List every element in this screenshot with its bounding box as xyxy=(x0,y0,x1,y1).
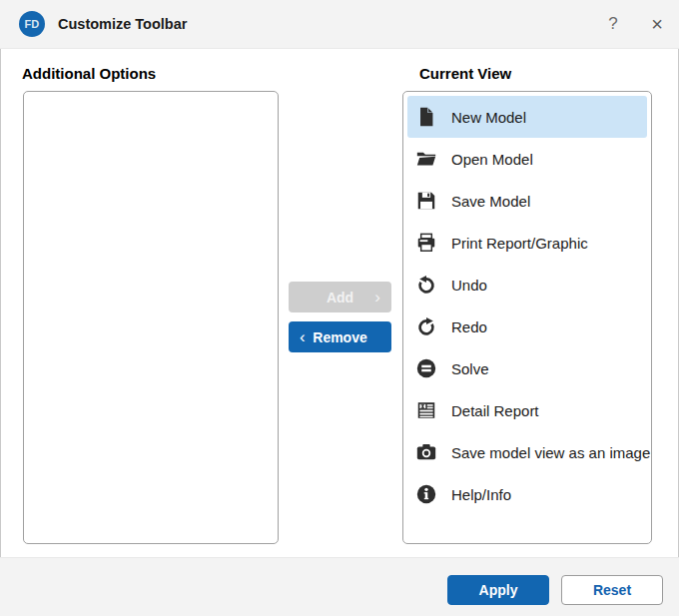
list-item-label: Solve xyxy=(451,360,489,377)
current-view-list: New Model Open Model Save Model xyxy=(402,91,652,544)
solve-icon xyxy=(415,357,437,379)
current-view-label: Current View xyxy=(419,65,511,82)
list-item-label: Save Model xyxy=(451,193,530,210)
list-item-new-model[interactable]: New Model xyxy=(407,96,647,138)
list-item-detail-report[interactable]: Detail Report xyxy=(407,389,647,431)
list-item-label: Open Model xyxy=(451,151,533,168)
chevron-left-icon: ‹ xyxy=(300,327,306,347)
remove-button-label: Remove xyxy=(313,329,366,345)
list-item-label: Detail Report xyxy=(451,402,539,419)
apply-button-label: Apply xyxy=(479,582,518,598)
list-item-open-model[interactable]: Open Model xyxy=(407,138,647,180)
app-logo-icon: FD xyxy=(19,11,45,37)
list-item-label: New Model xyxy=(451,109,526,126)
list-item-print[interactable]: Print Report/Graphic xyxy=(407,222,647,264)
reset-button[interactable]: Reset xyxy=(561,575,663,605)
window-title: Customize Toolbar xyxy=(58,16,187,32)
customize-toolbar-dialog: FD Customize Toolbar ? × Additional Opti… xyxy=(0,0,679,616)
reset-button-label: Reset xyxy=(593,582,631,598)
list-item-save-model[interactable]: Save Model xyxy=(407,180,647,222)
list-item-help-info[interactable]: Help/Info xyxy=(407,473,647,515)
footer-bar: Apply Reset xyxy=(0,557,679,616)
list-item-label: Undo xyxy=(451,277,487,294)
list-item-label: Help/Info xyxy=(451,486,511,503)
list-item-save-image[interactable]: Save model view as an image xyxy=(407,431,647,473)
list-item-label: Save model view as an image xyxy=(451,444,650,461)
add-button-label: Add xyxy=(327,290,353,306)
list-item-label: Redo xyxy=(451,318,487,335)
info-icon xyxy=(415,483,437,505)
close-icon: × xyxy=(651,14,663,34)
list-item-redo[interactable]: Redo xyxy=(407,306,647,347)
help-icon: ? xyxy=(608,14,617,34)
list-item-label: Print Report/Graphic xyxy=(451,235,588,252)
list-item-solve[interactable]: Solve xyxy=(407,347,647,389)
title-bar: FD Customize Toolbar ? × xyxy=(0,0,679,49)
chevron-right-icon: › xyxy=(374,288,380,308)
add-button[interactable]: Add › xyxy=(289,282,391,312)
list-item-undo[interactable]: Undo xyxy=(407,264,647,306)
print-icon xyxy=(415,232,437,254)
undo-icon xyxy=(415,274,437,296)
redo-icon xyxy=(415,315,437,337)
new-model-icon xyxy=(415,106,437,128)
open-model-icon xyxy=(415,148,437,170)
additional-options-label: Additional Options xyxy=(22,65,156,82)
detail-report-icon xyxy=(415,399,437,421)
close-button[interactable]: × xyxy=(635,0,679,49)
save-model-icon xyxy=(415,190,437,212)
title-bar-controls: ? × xyxy=(591,0,679,49)
help-button[interactable]: ? xyxy=(591,0,635,49)
apply-button[interactable]: Apply xyxy=(447,575,549,605)
additional-options-list[interactable] xyxy=(23,91,279,544)
remove-button[interactable]: ‹ Remove xyxy=(289,321,391,352)
camera-icon xyxy=(415,441,437,463)
